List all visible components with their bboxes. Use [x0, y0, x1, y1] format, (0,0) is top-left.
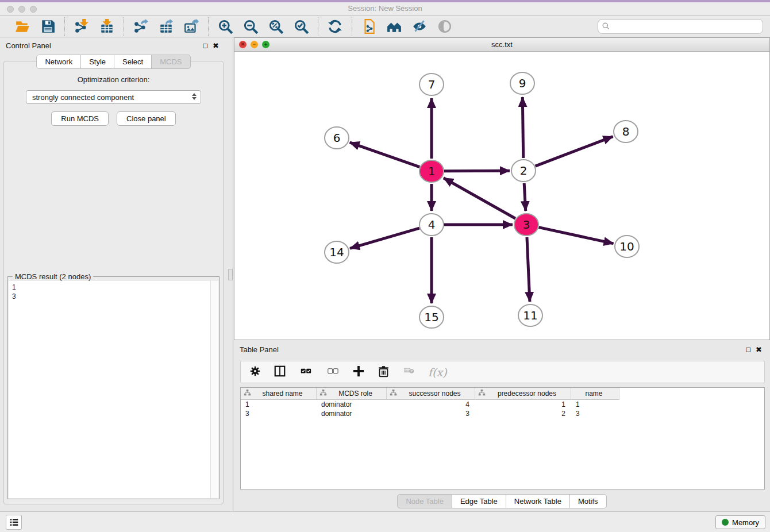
- optimization-criterion-select[interactable]: strongly connected component: [26, 90, 201, 104]
- clone-network-icon: [361, 19, 376, 34]
- graph-node-8[interactable]: 8: [614, 121, 638, 142]
- zoom-selected-button[interactable]: [292, 18, 310, 35]
- control-tab-style[interactable]: Style: [81, 55, 114, 69]
- edge-3-1[interactable]: [444, 178, 515, 218]
- graph-node-7[interactable]: 7: [419, 74, 444, 95]
- control-tab-select[interactable]: Select: [114, 55, 152, 69]
- graph-node-6[interactable]: 6: [325, 127, 349, 149]
- hide-graphics-button[interactable]: [411, 18, 428, 35]
- close-network-window-button[interactable]: ✕: [239, 41, 247, 48]
- create-column-button[interactable]: [352, 365, 365, 380]
- import-table-button[interactable]: [98, 18, 116, 35]
- open-file-button[interactable]: [14, 18, 31, 35]
- cell-successor-nodes: 3: [387, 409, 475, 418]
- node-table-header-row: shared nameMCDS rolesuccessor nodesprede…: [241, 388, 764, 400]
- run-mcds-button[interactable]: Run MCDS: [51, 111, 109, 126]
- toolbar-group: [124, 18, 208, 35]
- graph-node-10[interactable]: 10: [615, 236, 639, 257]
- zoom-out-button[interactable]: [242, 18, 259, 35]
- control-tab-network[interactable]: Network: [36, 55, 81, 69]
- search-input[interactable]: [598, 19, 763, 34]
- column-header-successor-nodes[interactable]: successor nodes: [387, 388, 475, 400]
- graph-node-1[interactable]: 1: [419, 160, 444, 182]
- edge-1-2[interactable]: [444, 171, 510, 171]
- table-panel: Table Panel ◻ ✖ f(x) shared nameMCDS rol…: [234, 341, 770, 511]
- cell-MCDS-role: dominator: [317, 400, 387, 409]
- column-label: predecessor nodes: [486, 390, 571, 398]
- select-all-columns-button[interactable]: [298, 366, 313, 378]
- column-header-name[interactable]: name: [571, 388, 619, 400]
- close-table-panel-button[interactable]: ✖: [753, 346, 764, 353]
- mcds-pane: Optimization criterion: strongly connect…: [3, 61, 224, 504]
- open-file-icon: [14, 19, 30, 34]
- zoom-in-button[interactable]: [217, 18, 234, 35]
- clone-network-button[interactable]: [360, 18, 378, 35]
- cell-predecessor-nodes: 2: [475, 409, 571, 418]
- export-table-button[interactable]: [157, 18, 175, 35]
- show-columns-button[interactable]: [274, 365, 286, 379]
- graph-node-3[interactable]: 3: [514, 214, 538, 236]
- status-bar: Memory: [0, 511, 770, 532]
- column-header-shared-name[interactable]: shared name: [241, 388, 317, 400]
- close-panel-button[interactable]: Close panel: [117, 111, 176, 126]
- mcds-result-title: MCDS result (2 nodes): [13, 272, 93, 281]
- mcds-result-scrollbar[interactable]: [210, 281, 218, 498]
- table-toolbar: f(x): [240, 361, 765, 383]
- optimization-criterion-value: strongly connected component: [32, 93, 134, 102]
- cell-shared-name: 1: [241, 400, 317, 409]
- home-view-button[interactable]: [386, 18, 403, 35]
- table-tab-network-table[interactable]: Network Table: [506, 494, 570, 508]
- delete-table-button: [402, 366, 416, 378]
- column-header-MCDS-role[interactable]: MCDS role: [317, 388, 387, 400]
- import-network-button[interactable]: [73, 18, 90, 35]
- refresh-layout-button[interactable]: [326, 18, 344, 35]
- delete-columns-button[interactable]: [378, 365, 390, 380]
- graph-node-15[interactable]: 15: [419, 306, 444, 328]
- close-control-panel-button[interactable]: ✖: [210, 42, 221, 49]
- edge-2-9[interactable]: [522, 97, 523, 158]
- memory-button[interactable]: Memory: [715, 515, 765, 529]
- graph-node-11[interactable]: 11: [518, 304, 542, 326]
- edge-1-6[interactable]: [350, 142, 420, 167]
- toolbar-group: [209, 18, 318, 35]
- export-image-button[interactable]: [183, 18, 200, 35]
- edge-3-10[interactable]: [538, 228, 613, 244]
- edge-3-11[interactable]: [527, 237, 530, 302]
- cell-predecessor-nodes: 1: [475, 400, 571, 409]
- float-table-panel-button[interactable]: ◻: [743, 346, 753, 353]
- table-row-1[interactable]: 1dominator411: [241, 400, 764, 409]
- column-header-predecessor-nodes[interactable]: predecessor nodes: [475, 388, 571, 400]
- zoom-fit-button[interactable]: [267, 18, 284, 35]
- float-control-panel-button[interactable]: ◻: [200, 42, 210, 49]
- node-label-3: 3: [523, 218, 530, 232]
- table-row-3[interactable]: 3dominator323: [241, 409, 764, 418]
- graph-node-2[interactable]: 2: [511, 160, 536, 182]
- node-table[interactable]: shared nameMCDS rolesuccessor nodesprede…: [240, 387, 765, 489]
- save-session-button[interactable]: [39, 18, 56, 35]
- table-tab-motifs[interactable]: Motifs: [570, 494, 607, 508]
- edge-4-14[interactable]: [350, 228, 419, 248]
- table-tab-edge-table[interactable]: Edge Table: [452, 494, 506, 508]
- deselect-all-columns-button[interactable]: [325, 366, 340, 378]
- graph-node-4[interactable]: 4: [419, 214, 444, 236]
- control-tab-mcds[interactable]: MCDS: [152, 55, 190, 69]
- export-network-button[interactable]: [132, 18, 149, 35]
- task-history-button[interactable]: [6, 515, 22, 530]
- column-tree-icon: [317, 389, 327, 398]
- vertical-splitter-grip[interactable]: [228, 269, 233, 280]
- node-label-9: 9: [519, 76, 526, 90]
- mcds-result-text[interactable]: 1 3: [9, 281, 210, 498]
- export-table-icon: [159, 19, 174, 34]
- node-label-2: 2: [520, 164, 528, 178]
- graph-node-14[interactable]: 14: [325, 241, 349, 263]
- edge-2-8[interactable]: [536, 137, 613, 167]
- network-canvas[interactable]: 7968124314101511: [234, 52, 769, 340]
- minimize-network-window-button[interactable]: −: [251, 41, 258, 48]
- graph-node-9[interactable]: 9: [510, 72, 534, 94]
- list-icon: [9, 518, 19, 527]
- cell-name: 3: [571, 409, 619, 418]
- edge-2-3[interactable]: [524, 183, 526, 211]
- table-settings-button[interactable]: [249, 365, 261, 379]
- table-tab-node-table[interactable]: Node Table: [397, 494, 452, 508]
- maximize-network-window-button[interactable]: ＋: [262, 41, 270, 48]
